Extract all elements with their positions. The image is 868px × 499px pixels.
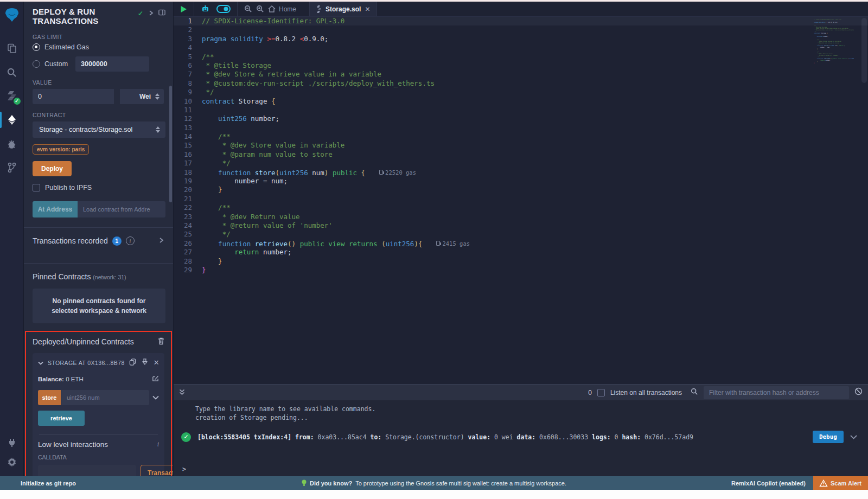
code-line[interactable]: 3pragma solidity >=0.8.2 <0.9.0; (174, 35, 868, 43)
custom-gas-radio[interactable] (33, 60, 40, 68)
code-line[interactable]: 23 * @dev Return value (174, 213, 868, 221)
tab-storage-sol[interactable]: Storage.sol ✕ (309, 2, 377, 16)
tab-close-icon[interactable]: ✕ (365, 5, 370, 13)
git-icon[interactable] (0, 158, 24, 177)
code-line[interactable]: 13 (174, 124, 868, 132)
low-level-info-icon[interactable]: i (157, 440, 159, 449)
code-line[interactable]: 14 /** (174, 132, 868, 141)
code-line[interactable]: 12 uint256 number; (174, 114, 868, 123)
code-line[interactable]: 21 (174, 195, 868, 203)
terminal-collapse-icon[interactable] (179, 388, 185, 398)
code-line[interactable]: 20 } (174, 185, 868, 194)
code-line[interactable]: 5/** (174, 53, 868, 61)
transaction-log-row[interactable]: ✓ [block:5583405 txIndex:4] from: 0xa03.… (181, 431, 860, 443)
pin-contract-icon[interactable] (142, 359, 148, 367)
code-line[interactable]: 4 (174, 43, 868, 52)
search-icon[interactable] (0, 62, 24, 82)
code-line[interactable]: 25 */ (174, 230, 868, 239)
panel-scrollbar[interactable] (169, 86, 172, 202)
estimated-gas-radio[interactable] (33, 43, 40, 51)
debugger-icon[interactable] (0, 134, 24, 153)
zoom-out-icon[interactable] (244, 5, 252, 13)
plugin-manager-icon[interactable] (0, 433, 24, 452)
edit-balance-icon[interactable] (152, 375, 159, 383)
code-line[interactable]: 24 * @return value of 'number' (174, 221, 868, 230)
info-icon[interactable]: i (126, 236, 135, 245)
tx-filter-input[interactable] (704, 386, 849, 399)
terminal-prompt[interactable]: > (181, 465, 860, 473)
scam-alert-button[interactable]: Scam Alert (813, 476, 868, 490)
at-address-input[interactable] (78, 201, 165, 217)
custom-gas-option[interactable]: Custom (33, 56, 165, 72)
contract-select[interactable]: Storage - contracts/Storage.sol (33, 121, 165, 138)
code-line[interactable]: 15 * @dev Store value in variable (174, 141, 868, 150)
code-line[interactable]: 22 /** (174, 203, 868, 212)
ai-assistant-icon[interactable] (201, 5, 210, 14)
transact-button[interactable]: Transact (141, 465, 174, 477)
code-line[interactable]: 17 */ (174, 159, 868, 168)
code-line[interactable]: 18 function store(uint256 num) public {2… (174, 168, 868, 177)
lightbulb-icon (302, 479, 307, 487)
code-line[interactable]: 9 */ (174, 88, 868, 97)
solidity-compiler-icon[interactable]: ✓ (0, 86, 24, 106)
deploy-button[interactable]: Deploy (33, 161, 72, 176)
zoom-in-icon[interactable] (256, 5, 264, 13)
code-line[interactable]: 16 * @param num value to store (174, 150, 868, 159)
editor-toolbar: Home Storage.sol ✕ (174, 2, 868, 17)
code-line[interactable]: 29} (174, 266, 868, 274)
code-line[interactable]: 11 (174, 106, 868, 114)
close-contract-icon[interactable]: ✕ (154, 359, 159, 367)
remix-ide: ✓ (0, 2, 868, 476)
run-script-icon[interactable] (180, 5, 187, 13)
estimated-gas-option[interactable]: Estimated Gas (33, 43, 165, 51)
code-line[interactable]: 7 * @dev Store & retrieve value in a var… (174, 70, 868, 79)
panel-check-icon: ✓ (138, 10, 143, 17)
clear-console-icon[interactable] (854, 387, 863, 398)
transactions-count-badge: 1 (112, 236, 122, 246)
copilot-toggle[interactable] (216, 5, 231, 13)
minimap[interactable]: // SPDX-License-Identifier: GPL-3.0 prag… (814, 19, 854, 65)
code-line[interactable]: 2 (174, 25, 868, 34)
pin-panel-icon[interactable] (158, 9, 165, 17)
code-line[interactable]: 28 } (174, 257, 868, 266)
code-line[interactable]: 1// SPDX-License-Identifier: GPL-3.0 (174, 17, 868, 25)
value-unit-select[interactable]: Wei (119, 89, 164, 104)
code-line[interactable]: 8 * @custom:dev-run-script ./scripts/dep… (174, 79, 868, 88)
custom-gas-input[interactable] (75, 56, 149, 72)
debug-button[interactable]: Debug (813, 431, 844, 443)
deployed-contracts-annotation: Deployed/Unpinned Contracts STORAGE AT 0… (25, 331, 172, 477)
code-editor[interactable]: 1// SPDX-License-Identifier: GPL-3.023pr… (174, 17, 868, 384)
store-param-input[interactable] (61, 390, 149, 405)
publish-ipfs-checkbox[interactable] (33, 184, 40, 191)
terminal[interactable]: Type the library name to see available c… (174, 400, 868, 476)
code-line[interactable]: 26 function retrieve() public view retur… (174, 239, 868, 248)
copilot-status[interactable]: RemixAI Copilot (enabled) (724, 480, 813, 487)
remix-logo[interactable] (0, 5, 24, 25)
copy-address-icon[interactable] (129, 359, 136, 367)
code-line[interactable]: 10contract Storage { (174, 97, 868, 106)
listen-all-checkbox[interactable] (597, 389, 605, 396)
home-tab[interactable]: Home (268, 5, 296, 13)
transactions-recorded-row[interactable]: Transactions recorded 1 i (33, 228, 165, 253)
settings-gear-icon[interactable] (0, 452, 24, 472)
at-address-button[interactable]: At Address (33, 201, 78, 217)
expand-chevron-icon[interactable] (159, 237, 163, 245)
window-edge (0, 490, 868, 499)
deploy-run-icon[interactable] (0, 110, 24, 130)
pinned-contracts-title: Pinned Contracts (network: 31) (33, 264, 165, 281)
retrieve-function-button[interactable]: retrieve (38, 411, 85, 426)
value-input[interactable] (33, 89, 114, 104)
code-line[interactable]: 19 number = num; (174, 177, 868, 185)
editor-scrollbar[interactable] (861, 18, 867, 83)
code-line[interactable]: 27 return number; (174, 248, 868, 257)
panel-chevron-icon[interactable] (149, 10, 153, 17)
tx-expand-icon[interactable] (850, 433, 857, 441)
git-init-button[interactable]: Initialize as git repo (0, 480, 76, 487)
store-function-button[interactable]: store (38, 390, 61, 405)
collapse-chevron-icon[interactable] (38, 359, 43, 367)
file-explorer-icon[interactable] (0, 39, 24, 58)
expand-params-icon[interactable] (152, 394, 159, 401)
trash-icon[interactable] (158, 337, 164, 347)
code-line[interactable]: 6 * @title Storage (174, 61, 868, 70)
calldata-input[interactable] (38, 465, 136, 477)
